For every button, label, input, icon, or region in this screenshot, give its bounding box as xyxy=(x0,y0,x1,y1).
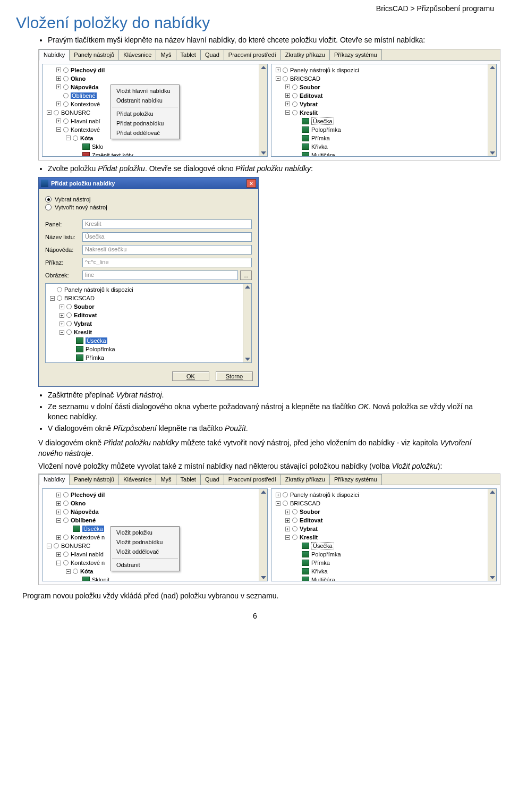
tab[interactable]: Nabídky xyxy=(39,474,70,485)
tree-node[interactable]: Plechový díl xyxy=(45,66,267,74)
tab[interactable]: Tablet xyxy=(176,474,201,485)
menu-item[interactable]: Vložit oddělovač xyxy=(111,547,179,556)
expander-icon[interactable] xyxy=(285,510,290,514)
tree-node[interactable]: Sklonit xyxy=(45,576,267,581)
scrollbar[interactable] xyxy=(488,64,496,156)
dialog-tree-panel[interactable]: Panely nástrojů k dispoziciBRICSCADSoubo… xyxy=(45,283,252,363)
tree-node[interactable]: Přímka xyxy=(274,559,496,567)
form-input[interactable]: Kreslit xyxy=(82,219,252,229)
expander-icon[interactable] xyxy=(56,535,61,540)
expander-icon[interactable] xyxy=(60,322,64,326)
tree-node[interactable]: Editovat xyxy=(48,311,251,319)
menu-item[interactable]: Odstranit nabídku xyxy=(111,96,179,105)
expander-icon[interactable] xyxy=(47,544,52,548)
left-tree-panel[interactable]: Plechový dílOknoNápovědaOblíbenéKontexto… xyxy=(42,64,268,157)
context-menu[interactable]: Vložit položkuVložit podnabídkuVložit od… xyxy=(110,526,180,571)
expander-icon[interactable] xyxy=(285,93,290,98)
expander-icon[interactable] xyxy=(285,102,290,106)
expander-icon[interactable] xyxy=(60,330,64,335)
expander-icon[interactable] xyxy=(56,67,61,72)
expander-icon[interactable] xyxy=(56,510,61,514)
tab[interactable]: Příkazy systému xyxy=(329,474,382,485)
tab[interactable]: Příkazy systému xyxy=(329,49,382,60)
tree-node[interactable]: Panely nástrojů k dispozici xyxy=(274,490,496,499)
scrollbar[interactable] xyxy=(243,284,251,362)
tree-node[interactable]: Soubor xyxy=(274,508,496,516)
tree-node[interactable]: Plechový díl xyxy=(45,490,267,499)
expander-icon[interactable] xyxy=(66,136,71,140)
tab[interactable]: Quad xyxy=(200,49,224,60)
expander-icon[interactable] xyxy=(56,501,61,506)
expander-icon[interactable] xyxy=(66,569,71,574)
expander-icon[interactable] xyxy=(60,304,64,309)
tree-node[interactable]: Oblíbené xyxy=(45,516,267,525)
tree-node[interactable]: Křivka xyxy=(274,142,496,151)
tree-node[interactable]: Panely nástrojů k dispozici xyxy=(48,285,251,294)
scrollbar[interactable] xyxy=(259,489,267,581)
tab[interactable]: Tablet xyxy=(176,49,201,60)
tree-node[interactable]: Editovat xyxy=(274,91,496,100)
form-input[interactable]: line xyxy=(82,270,238,280)
tree-node[interactable]: Přímka xyxy=(48,353,251,362)
expander-icon[interactable] xyxy=(276,501,280,506)
tree-node[interactable]: Úsečka xyxy=(274,117,496,125)
menu-item[interactable]: Odstranit xyxy=(111,560,179,570)
expander-icon[interactable] xyxy=(56,518,61,523)
expander-icon[interactable] xyxy=(56,127,61,132)
tree-node[interactable]: BRICSCAD xyxy=(48,294,251,302)
expander-icon[interactable] xyxy=(56,561,61,565)
tab[interactable]: Myš xyxy=(156,474,176,485)
tree-node[interactable]: Soubor xyxy=(48,302,251,311)
tree-node[interactable]: Vybrat xyxy=(274,100,496,108)
tab[interactable]: Zkratky příkazu xyxy=(280,474,330,485)
cancel-button[interactable]: Storno xyxy=(216,371,253,381)
left-tree-panel[interactable]: Plechový dílOknoNápovědaOblíbenéÚsečkaKo… xyxy=(42,488,268,581)
expander-icon[interactable] xyxy=(56,493,61,497)
expander-icon[interactable] xyxy=(285,535,290,540)
expander-icon[interactable] xyxy=(285,518,290,523)
tree-node[interactable]: Úsečka xyxy=(274,542,496,550)
tab[interactable]: Nabídky xyxy=(39,49,70,61)
tree-node[interactable]: Okno xyxy=(45,499,267,508)
tree-node[interactable]: Přímka xyxy=(274,134,496,142)
tab[interactable]: Klávesnice xyxy=(118,49,156,60)
tab[interactable]: Pracovní prostředí xyxy=(224,49,281,60)
scrollbar[interactable] xyxy=(259,64,267,156)
form-input[interactable]: ^c^c_line xyxy=(82,258,252,267)
expander-icon[interactable] xyxy=(276,493,280,497)
expander-icon[interactable] xyxy=(56,119,61,123)
menu-item[interactable]: Přidat podnabídku xyxy=(111,119,179,128)
tab[interactable]: Panely nástrojů xyxy=(69,49,119,60)
expander-icon[interactable] xyxy=(47,110,52,115)
tree-node[interactable]: Vybrat xyxy=(48,319,251,328)
tree-node[interactable]: Sklo xyxy=(45,142,267,151)
tree-node[interactable]: Multičára xyxy=(274,151,496,157)
tab[interactable]: Pracovní prostředí xyxy=(224,474,281,485)
menu-item[interactable]: Vložit položku xyxy=(111,528,179,537)
tree-node[interactable]: BRICSCAD xyxy=(274,499,496,508)
expander-icon[interactable] xyxy=(56,552,61,557)
expander-icon[interactable] xyxy=(56,76,61,81)
tree-node[interactable]: Okno xyxy=(45,74,267,83)
tree-node[interactable]: Křivka xyxy=(274,567,496,576)
expander-icon[interactable] xyxy=(285,84,290,89)
tab[interactable]: Klávesnice xyxy=(118,474,156,485)
tree-node[interactable]: Polopřímka xyxy=(274,125,496,134)
menu-item[interactable]: Vložit podnabídku xyxy=(111,537,179,547)
context-menu[interactable]: Vložit hlavní nabídkuOdstranit nabídkuPř… xyxy=(110,84,180,139)
expander-icon[interactable] xyxy=(285,527,290,531)
tab[interactable]: Quad xyxy=(200,474,224,485)
right-tree-panel[interactable]: Panely nástrojů k dispoziciBRICSCADSoubo… xyxy=(271,488,497,581)
browse-button[interactable]: … xyxy=(240,270,252,280)
menu-item[interactable]: Vložit hlavní nabídku xyxy=(111,86,179,96)
form-input[interactable]: Úsečka xyxy=(82,232,252,242)
tab[interactable]: Zkratky příkazu xyxy=(280,49,330,60)
tree-node[interactable]: Multičára xyxy=(274,576,496,581)
close-button[interactable]: × xyxy=(246,179,256,188)
right-tree-panel[interactable]: Panely nástrojů k dispoziciBRICSCADSoubo… xyxy=(271,64,497,157)
scrollbar[interactable] xyxy=(488,489,496,581)
tree-node[interactable]: Kreslit xyxy=(274,533,496,542)
tab[interactable]: Myš xyxy=(156,49,176,60)
expander-icon[interactable] xyxy=(60,313,64,318)
expander-icon[interactable] xyxy=(56,84,61,89)
